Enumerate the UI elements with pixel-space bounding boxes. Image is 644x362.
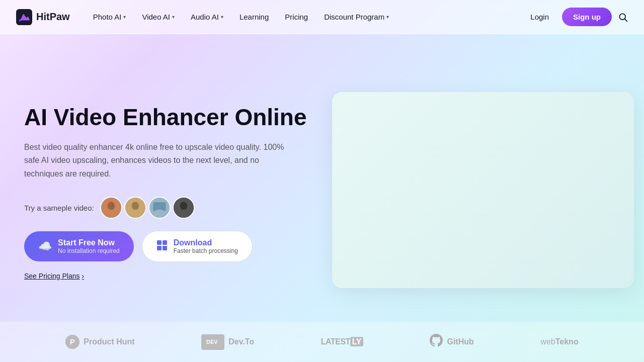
start-free-sub: No installation required [58,247,120,254]
svg-point-5 [107,202,115,210]
download-label: Download [174,238,238,247]
product-hunt-icon: P [65,335,79,349]
devto-icon: DEV [201,334,224,350]
hero-title: AI Video Enhancer Online [24,104,316,131]
nav-item-photo-ai[interactable]: Photo AI ▾ [86,9,133,25]
nav-item-video-ai[interactable]: Video AI ▾ [135,9,182,25]
upload-icon: ☁️ [38,240,52,253]
logos-bar: P Product Hunt DEV Dev.To LATESTLY GitHu… [0,322,644,362]
avatar[interactable] [173,197,195,219]
start-free-label: Start Free Now [58,238,120,247]
logo-latestly: LATESTLY [321,337,363,346]
search-icon[interactable] [618,12,628,22]
sample-row: Try a sameple video: [24,197,316,219]
sample-avatars [100,197,195,219]
nav-items: Photo AI ▾ Video AI ▾ Audio AI ▾ Learnin… [86,9,524,25]
hero-right [332,58,634,322]
logo-devto: DEV Dev.To [201,334,254,350]
cta-buttons: ☁️ Start Free Now No installation requir… [24,231,316,262]
svg-point-15 [177,210,190,219]
svg-rect-18 [157,246,162,250]
svg-text:DEV: DEV [206,339,218,345]
hero-section: AI Video Enhancer Online Best video qual… [0,34,644,322]
windows-icon [156,240,168,253]
logo-webtekno: webTekno [540,337,578,346]
chevron-down-icon: ▾ [221,14,223,20]
start-free-button[interactable]: ☁️ Start Free Now No installation requir… [24,231,134,261]
avatar[interactable] [148,197,171,219]
avatar[interactable] [124,197,146,219]
sample-label: Try a sameple video: [24,204,94,212]
svg-rect-17 [163,240,167,245]
svg-point-6 [105,210,117,219]
logo-text: HitPaw [36,11,70,23]
svg-rect-19 [163,246,167,250]
chevron-down-icon: ▾ [172,14,175,20]
hero-description: Best video quality enhancer 4k online fr… [24,141,286,180]
svg-rect-16 [157,240,162,245]
chevron-down-icon: ▾ [386,14,389,20]
svg-point-1 [19,19,22,22]
svg-point-9 [129,210,141,219]
chevron-right-icon: › [82,272,85,280]
github-icon [430,334,443,350]
logo-github: GitHub [430,334,473,350]
login-button[interactable]: Login [523,9,556,25]
nav-item-learning[interactable]: Learning [232,9,276,25]
download-button[interactable]: Download Faster batch processing [142,231,253,262]
svg-point-8 [131,202,139,210]
svg-text:P: P [70,338,74,346]
hero-left: AI Video Enhancer Online Best video qual… [24,58,316,322]
download-sub: Faster batch processing [174,247,238,254]
svg-line-3 [625,19,627,21]
avatar[interactable] [100,197,122,219]
logo-product-hunt: P Product Hunt [65,335,134,349]
chevron-down-icon: ▾ [123,14,126,20]
nav-logo[interactable]: HitPaw [16,9,70,25]
pricing-link[interactable]: See Pricing Plans › [24,272,316,280]
nav-item-pricing[interactable]: Pricing [278,9,315,25]
video-preview-card [332,92,634,288]
svg-point-14 [180,202,187,210]
nav-item-audio-ai[interactable]: Audio AI ▾ [184,9,230,25]
nav-right: Login Sign up [523,8,628,26]
signup-button[interactable]: Sign up [562,8,612,26]
nav-item-discount[interactable]: Discount Program ▾ [317,9,396,25]
svg-point-12 [153,210,166,219]
navbar: HitPaw Photo AI ▾ Video AI ▾ Audio AI ▾ … [0,0,644,34]
